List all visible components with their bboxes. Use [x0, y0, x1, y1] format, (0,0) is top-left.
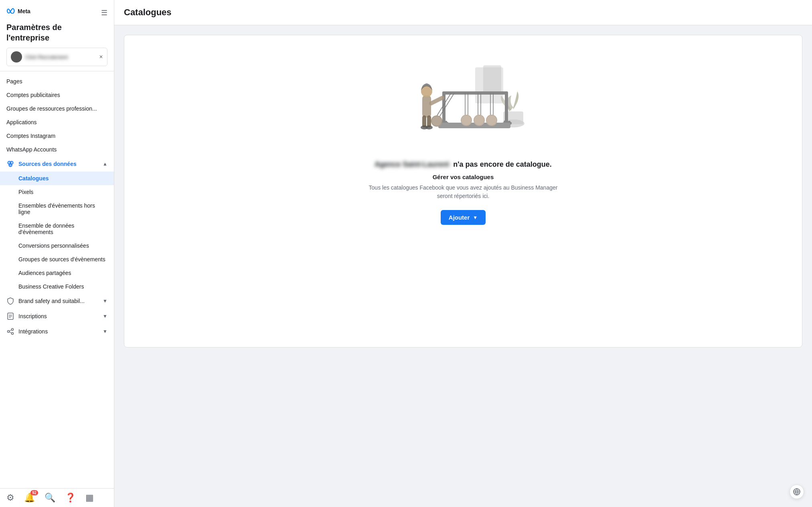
svg-rect-16: [483, 65, 501, 93]
empty-state-description: Tous les catalogues Facebook que vous av…: [367, 184, 559, 200]
hamburger-icon[interactable]: ☰: [101, 8, 107, 17]
avatar: [11, 51, 22, 63]
svg-point-10: [8, 331, 10, 333]
brand-safety-icon: [6, 297, 14, 305]
add-button[interactable]: Ajouter ▼: [441, 210, 486, 225]
sidebar-item-business-creative[interactable]: Business Creative Folders: [0, 280, 114, 293]
inscriptions-header[interactable]: Inscriptions ▼: [0, 309, 114, 324]
sidebar-item-groupes-sources[interactable]: Groupes de sources d'évènements: [0, 252, 114, 266]
sidebar-item-label: Groupes de ressources profession...: [6, 105, 97, 112]
blurred-agency-name: Agence Saint-Laurent: [375, 160, 449, 169]
page-title: Catalogues: [124, 7, 802, 18]
chevron-up-icon: ▲: [103, 161, 107, 167]
dashboard-icon[interactable]: ▦: [85, 493, 94, 503]
svg-rect-26: [438, 123, 510, 128]
main-header: Catalogues: [114, 0, 812, 25]
sidebar-item-audiences[interactable]: Audiences partagées: [0, 266, 114, 280]
inscriptions-label: Inscriptions: [18, 313, 47, 319]
sidebar: Meta ☰ Paramètres de l'entreprise Click …: [0, 0, 114, 507]
add-button-label: Ajouter: [449, 214, 470, 221]
sidebar-item-pages[interactable]: Pages: [0, 75, 114, 88]
notification-badge: 92: [30, 490, 38, 495]
account-name: Click Recrutement: [25, 54, 96, 60]
chevron-down-icon: ▼: [473, 215, 478, 220]
empty-state-subtitle: Gérer vos catalogues: [433, 174, 494, 180]
svg-line-13: [10, 330, 12, 331]
globe-icon: [793, 488, 801, 496]
svg-point-37: [474, 115, 485, 126]
page-title: Paramètres de l'entreprise: [6, 22, 107, 43]
meta-logo: Meta: [6, 6, 30, 16]
integrations-header[interactable]: Intégrations ▼: [0, 324, 114, 339]
svg-point-11: [12, 329, 14, 331]
brand-safety-label: Brand safety and suitabil...: [18, 298, 85, 304]
meta-logo-text: Meta: [18, 8, 30, 14]
sidebar-item-comptes-pub[interactable]: Comptes publicitaires: [0, 88, 114, 102]
illustration: [395, 59, 531, 147]
sidebar-footer: ⚙ 🔔 92 🔍 ❓ ▦: [0, 488, 114, 507]
sidebar-header: Meta ☰ Paramètres de l'entreprise Click …: [0, 0, 114, 71]
sidebar-item-applications[interactable]: Applications: [0, 115, 114, 129]
svg-line-14: [10, 332, 12, 333]
integrations-icon: [6, 327, 14, 335]
sidebar-item-ensemble-donnees[interactable]: Ensemble de données d'évènements: [0, 219, 114, 239]
sidebar-item-label: Applications: [6, 119, 37, 125]
sidebar-item-conversions[interactable]: Conversions personnalisées: [0, 239, 114, 252]
sidebar-item-comptes-instagram[interactable]: Comptes Instagram: [0, 129, 114, 143]
svg-point-12: [12, 333, 14, 335]
title-suffix: n'a pas encore de catalogue.: [453, 160, 551, 168]
settings-icon[interactable]: ⚙: [6, 493, 14, 503]
sidebar-item-ensembles-hors-ligne[interactable]: Ensembles d'évènements hors ligne: [0, 199, 114, 219]
main-content: Catalogues: [114, 0, 812, 507]
sidebar-item-label: Comptes publicitaires: [6, 92, 60, 98]
sidebar-item-pixels[interactable]: Pixels: [0, 185, 114, 199]
sidebar-item-catalogues[interactable]: Catalogues: [0, 172, 114, 185]
account-selector[interactable]: Click Recrutement ✕: [6, 48, 107, 66]
inscriptions-icon: [6, 312, 14, 320]
sidebar-nav: Pages Comptes publicitaires Groupes de r…: [0, 71, 114, 488]
sidebar-item-label: WhatsApp Accounts: [6, 146, 57, 153]
svg-point-33: [461, 115, 472, 126]
svg-rect-21: [505, 91, 508, 123]
sidebar-item-whatsapp[interactable]: WhatsApp Accounts: [0, 143, 114, 156]
sources-section-header[interactable]: Sources des données ▲: [0, 156, 114, 172]
meta-logo-icon: [6, 6, 15, 16]
integrations-label: Intégrations: [18, 328, 48, 335]
svg-rect-19: [443, 91, 507, 95]
empty-state-card: Agence Saint-Laurent n'a pas encore de c…: [124, 35, 802, 347]
notifications-icon[interactable]: 🔔 92: [24, 493, 35, 503]
main-body: Agence Saint-Laurent n'a pas encore de c…: [114, 25, 812, 357]
sources-section-label: Sources des données: [18, 161, 77, 167]
data-sources-icon: [6, 160, 14, 168]
chevron-down-icon: ▼: [103, 313, 107, 319]
sidebar-item-label: Comptes Instagram: [6, 133, 55, 139]
help-icon[interactable]: ❓: [65, 493, 76, 503]
chevron-down-icon: ▼: [103, 329, 107, 334]
chevron-down-icon: ✕: [99, 54, 103, 60]
svg-point-29: [431, 115, 442, 127]
language-button[interactable]: [790, 485, 804, 499]
search-icon[interactable]: 🔍: [45, 493, 55, 503]
svg-point-41: [486, 115, 497, 126]
chevron-down-icon: ▼: [103, 298, 107, 304]
svg-rect-43: [422, 95, 431, 117]
sidebar-item-label: Pages: [6, 78, 22, 85]
brand-safety-header[interactable]: Brand safety and suitabil... ▼: [0, 293, 114, 309]
empty-state-title: Agence Saint-Laurent n'a pas encore de c…: [375, 160, 551, 169]
sidebar-item-groupes[interactable]: Groupes de ressources profession...: [0, 102, 114, 115]
svg-point-48: [425, 125, 433, 129]
